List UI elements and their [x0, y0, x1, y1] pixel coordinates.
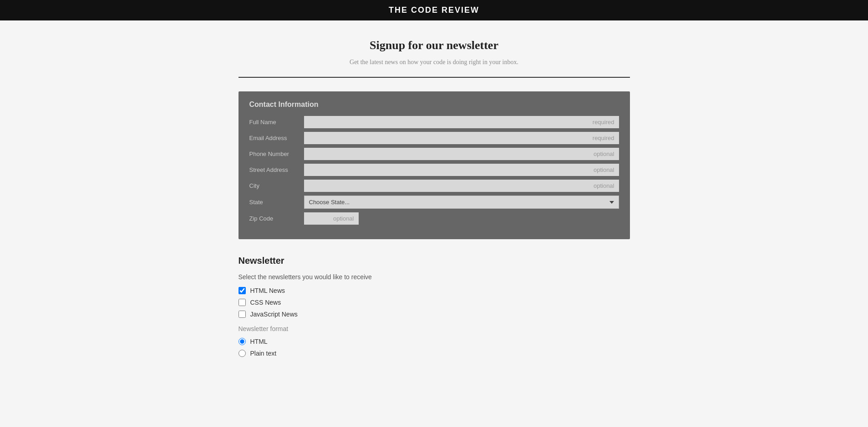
css-news-label: CSS News [250, 299, 281, 306]
full-name-input[interactable] [304, 116, 619, 128]
street-row: Street Address [249, 164, 619, 176]
section-divider [239, 77, 630, 78]
city-label: City [249, 182, 304, 189]
css-news-checkbox[interactable] [239, 299, 246, 306]
zip-input[interactable] [304, 212, 359, 225]
state-select[interactable]: Choose State... Alabama Alaska Arizona C… [304, 196, 619, 209]
state-label: State [249, 199, 304, 206]
format-title: Newsletter format [239, 325, 630, 332]
city-row: City [249, 180, 619, 192]
newsletter-title: Newsletter [239, 256, 630, 266]
zip-label: Zip Code [249, 215, 304, 222]
contact-section: Contact Information Full Name Email Addr… [239, 91, 630, 239]
phone-row: Phone Number [249, 148, 619, 160]
street-input[interactable] [304, 164, 619, 176]
page-title: Signup for our newsletter [239, 39, 630, 52]
email-input[interactable] [304, 132, 619, 144]
zip-row: Zip Code [249, 212, 619, 225]
js-news-label: JavaScript News [250, 311, 298, 318]
html-news-checkbox[interactable] [239, 287, 246, 294]
html-news-label: HTML News [250, 287, 285, 294]
full-name-row: Full Name [249, 116, 619, 128]
html-news-row: HTML News [239, 287, 630, 294]
page-subtitle: Get the latest news on how your code is … [239, 59, 630, 66]
contact-section-title: Contact Information [249, 100, 619, 109]
format-plaintext-row: Plain text [239, 350, 630, 357]
format-html-radio[interactable] [239, 338, 246, 345]
format-plaintext-radio[interactable] [239, 350, 246, 357]
js-news-row: JavaScript News [239, 311, 630, 318]
format-html-row: HTML [239, 338, 630, 345]
email-row: Email Address [249, 132, 619, 144]
page-content: Signup for our newsletter Get the latest… [229, 20, 639, 389]
newsletter-subtitle: Select the newsletters you would like to… [239, 273, 630, 281]
full-name-label: Full Name [249, 119, 304, 126]
phone-label: Phone Number [249, 151, 304, 157]
js-news-checkbox[interactable] [239, 311, 246, 318]
state-row: State Choose State... Alabama Alaska Ari… [249, 196, 619, 209]
phone-input[interactable] [304, 148, 619, 160]
site-header: THE CODE REVIEW [0, 0, 868, 20]
street-label: Street Address [249, 166, 304, 173]
format-html-label: HTML [250, 338, 268, 345]
city-input[interactable] [304, 180, 619, 192]
site-title: THE CODE REVIEW [389, 5, 479, 15]
newsletter-section: Newsletter Select the newsletters you wo… [239, 256, 630, 371]
css-news-row: CSS News [239, 299, 630, 306]
email-label: Email Address [249, 135, 304, 141]
format-plaintext-label: Plain text [250, 350, 277, 357]
